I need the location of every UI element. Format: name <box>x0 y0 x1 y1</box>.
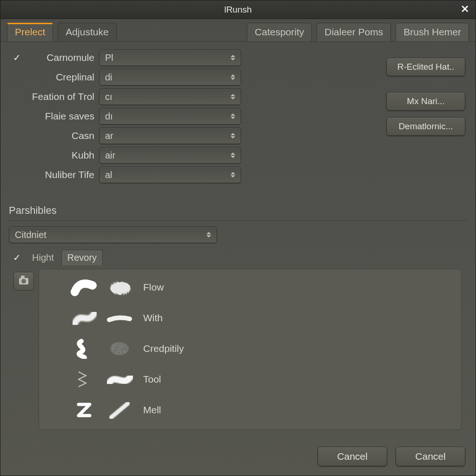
camera-icon <box>19 278 28 284</box>
brush-swatch-grain-icon[interactable] <box>105 337 134 360</box>
row-carnomule: ✓ Carnomule Pl <box>9 49 241 66</box>
dialog-footer: Cancel Cancel <box>0 442 476 476</box>
brush-swatch-squiggle-icon[interactable] <box>70 337 99 360</box>
svg-point-1 <box>110 342 129 355</box>
row-nuliber: Nuliber Tife al <box>9 166 241 183</box>
chevron-updown-icon <box>230 53 236 62</box>
combo-feation[interactable]: cı <box>99 88 241 105</box>
btn-dematlornic[interactable]: Dematlornic... <box>386 117 465 136</box>
combo-carnomule[interactable]: Pl <box>99 49 241 66</box>
chevron-updown-icon <box>230 131 236 140</box>
brush-label: Mell <box>143 404 161 416</box>
brush-swatch-zigzag-thin-icon[interactable] <box>70 368 99 391</box>
label-carnomule: Carnomule <box>25 52 99 63</box>
combo-flaie[interactable]: dı <box>99 108 241 125</box>
content-area: ✓ Carnomule Pl Creplinal di <box>0 42 476 442</box>
combo-value: dı <box>105 111 113 122</box>
brush-label: Tool <box>143 374 161 385</box>
combo-nuliber[interactable]: al <box>99 166 241 183</box>
tab-adjustuke[interactable]: Adjustuke <box>58 23 116 41</box>
chevron-updown-icon <box>230 151 236 160</box>
brush-swatch-solid-curve-icon[interactable] <box>70 276 99 299</box>
camera-button[interactable] <box>13 272 34 291</box>
brush-swatch-spray-icon[interactable] <box>105 276 134 299</box>
combo-value: ar <box>105 131 113 141</box>
form-column: ✓ Carnomule Pl Creplinal di <box>9 49 241 186</box>
tab-bar: Prelect Adjustuke Catespority Dialeer Po… <box>0 19 476 42</box>
combo-kubh[interactable]: air <box>99 147 241 164</box>
brush-label: Flow <box>143 282 164 293</box>
brush-panel: Flow With <box>39 269 462 430</box>
btn-mx-nari[interactable]: Mx Nari... <box>386 92 465 111</box>
combo-value: air <box>105 150 115 161</box>
combo-creplinal[interactable]: di <box>99 69 241 86</box>
tab-catespority[interactable]: Catespority <box>247 23 312 41</box>
combo-value: Pl <box>105 53 113 63</box>
brush-row-flow[interactable]: Flow <box>70 274 184 300</box>
cancel-button-2[interactable]: Cancel <box>396 447 465 466</box>
combo-value: Citdniet <box>15 230 46 240</box>
row-flaie: Flaie saves dı <box>9 108 241 125</box>
chevron-updown-icon <box>230 73 236 82</box>
row-kubh: Kubh air <box>9 147 241 164</box>
tab-prelect[interactable]: Prelect <box>7 23 53 41</box>
combo-value: al <box>105 170 112 180</box>
combo-value: di <box>105 72 112 83</box>
section-title-parshibles: Parshibles <box>9 205 467 218</box>
titlebar: lRunsh ✕ <box>0 0 476 19</box>
label-nuliber: Nuliber Tife <box>25 169 99 180</box>
svg-point-0 <box>109 281 130 294</box>
combo-value: cı <box>105 92 112 102</box>
dialog-window: lRunsh ✕ Prelect Adjustuke Catespority D… <box>0 0 476 476</box>
chevron-updown-icon <box>205 230 212 239</box>
label-feation: Feation of Trol <box>25 91 99 102</box>
side-button-column: R-Eclited Hat.. Mx Nari... Dematlornic..… <box>241 49 467 186</box>
tab-brush-hemer[interactable]: Brush Hemer <box>396 23 469 41</box>
combo-citdniet[interactable]: Citdniet <box>9 226 217 243</box>
label-flaie: Flaie saves <box>25 111 99 122</box>
label-creplinal: Creplinal <box>25 72 99 83</box>
chevron-updown-icon <box>230 170 236 179</box>
brush-grid: Flow With <box>70 274 184 423</box>
window-title: lRunsh <box>224 5 251 15</box>
chevron-updown-icon <box>230 92 236 101</box>
divider <box>9 220 467 221</box>
brush-row-with[interactable]: With <box>70 305 184 331</box>
label-casn: Casn <box>25 130 99 141</box>
cancel-button[interactable]: Cancel <box>317 447 387 466</box>
row-casn: Casn ar <box>9 127 241 144</box>
btn-r-eclited-hat[interactable]: R-Eclited Hat.. <box>386 58 465 76</box>
upper-row: ✓ Carnomule Pl Creplinal di <box>9 49 467 186</box>
check-icon[interactable]: ✓ <box>13 52 21 63</box>
brush-swatch-soft-s-icon[interactable] <box>70 306 99 330</box>
brush-swatch-dash-icon[interactable] <box>105 306 134 330</box>
row-creplinal: Creplinal di <box>9 69 241 86</box>
combo-casn[interactable]: ar <box>99 127 241 144</box>
brush-label: With <box>143 312 163 324</box>
brush-swatch-diagonal-icon[interactable] <box>105 398 134 422</box>
label-kubh: Kubh <box>25 150 99 161</box>
subtab-revory[interactable]: Revory <box>61 250 103 265</box>
brush-swatch-z-letter-icon[interactable] <box>70 398 99 422</box>
close-icon[interactable]: ✕ <box>459 3 471 15</box>
subtab-hight[interactable]: Hight <box>26 250 60 265</box>
brush-row-credpitily[interactable]: Credpitily <box>70 336 184 362</box>
sub-tabs: ✓ Hight Revory <box>9 250 467 265</box>
tab-dialeer-poms[interactable]: Dialeer Poms <box>317 23 391 41</box>
check-icon[interactable]: ✓ <box>13 252 21 263</box>
brush-row-mell[interactable]: Mell <box>70 397 184 423</box>
brush-label: Credpitily <box>143 343 184 354</box>
chevron-updown-icon <box>230 112 236 121</box>
row-feation: Feation of Trol cı <box>9 88 241 105</box>
brush-swatch-soft-wave-icon[interactable] <box>105 368 134 391</box>
brush-row-tool[interactable]: Tool <box>70 366 184 392</box>
